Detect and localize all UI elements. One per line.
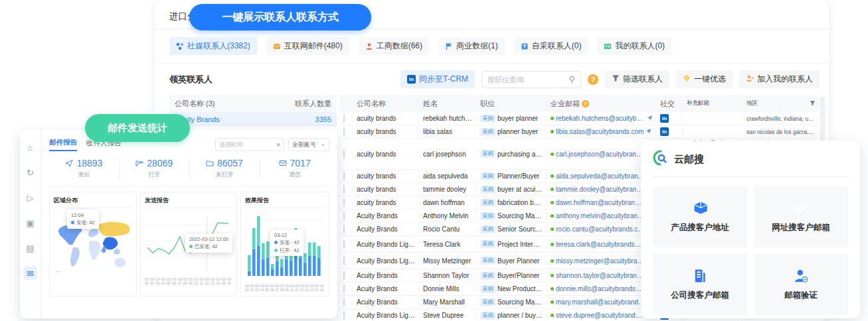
contact-region: san nicolas de los garza, nuevo leon, m.… xyxy=(742,128,819,136)
stat-value: 7017 xyxy=(290,158,311,168)
cloud-tile-2[interactable]: 公司搜客户邮箱 xyxy=(653,254,747,315)
contact-email: dawn.hoffman@acuitybrands.com xyxy=(556,199,645,206)
row-checkbox[interactable] xyxy=(343,198,345,207)
linkedin-icon[interactable]: in xyxy=(660,114,669,123)
company-table-header: 公司名称 (3) 联系人数量 xyxy=(169,95,337,112)
contact-row: acuity brandsrebekah hutchens采购buyer pla… xyxy=(339,112,819,125)
filter-contacts-button[interactable]: 筛选联系人 xyxy=(605,70,669,88)
email-header: 企业邮箱 ? xyxy=(547,98,656,109)
map-tooltip: 12-04 发送: 42 xyxy=(67,210,99,229)
contact-name: carl josephson xyxy=(419,150,476,159)
funnel-icon xyxy=(612,74,620,84)
row-checkbox[interactable] xyxy=(343,185,345,194)
cloud-tile-label: 邮箱验证 xyxy=(784,290,818,301)
email-panel-tab-0[interactable]: 邮件报告 xyxy=(49,138,77,151)
contact-name: tammie dooley xyxy=(419,185,476,194)
source-tab-0[interactable]: 社媒联系人(3382) xyxy=(169,37,257,55)
email-help-icon[interactable]: ? xyxy=(582,100,589,107)
company-row[interactable]: Acuity Brands3355 xyxy=(169,112,337,127)
contact-company: acuity brands xyxy=(353,150,419,159)
row-checkbox[interactable] xyxy=(343,114,345,123)
email-stat: 18893发出 xyxy=(49,158,120,179)
source-tab-5[interactable]: 我的联系人(0) xyxy=(597,37,671,55)
contact-name: Missy Metzinger xyxy=(419,257,476,265)
contact-title: New Product Sourcir xyxy=(497,285,543,292)
region-filter-icon[interactable] xyxy=(810,100,816,107)
briefcase-icon[interactable]: ▣ xyxy=(24,216,37,229)
help-icon[interactable]: ? xyxy=(588,74,598,85)
email-stat: 28069打开 xyxy=(120,158,190,179)
email-valid-dot xyxy=(551,174,554,178)
cloud-tools-grid: 产品搜客户地址网址搜客户邮箱公司搜客户邮箱邮箱验证 xyxy=(653,186,848,315)
contact-title: Project Intergration xyxy=(497,241,543,248)
cloud-tile-3[interactable]: 邮箱验证 xyxy=(754,254,848,315)
source-tab-1[interactable]: 互联网邮件(480) xyxy=(266,37,349,55)
row-checkbox[interactable] xyxy=(343,298,345,306)
email-valid-dot xyxy=(551,117,554,120)
purchase-tag: 采购 xyxy=(480,199,495,207)
row-checkbox[interactable] xyxy=(343,150,345,159)
mail-icon[interactable]: ✉ xyxy=(24,267,37,280)
email-valid-dot xyxy=(551,214,554,218)
cloud-mail-logo-icon xyxy=(653,150,669,168)
source-tab-4[interactable]: 自采联系人(0) xyxy=(514,37,588,55)
sync-tcrm-button[interactable]: in 同步至T-CRM xyxy=(400,70,475,88)
contact-company: acuity brands xyxy=(353,185,419,194)
report-icon[interactable]: ▤ xyxy=(24,241,37,255)
send-email-icon[interactable] xyxy=(646,128,651,135)
email-stat: 7017退信 xyxy=(260,158,329,179)
email-valid-dot xyxy=(551,153,554,156)
account-select[interactable]: 全部账号 ▼ xyxy=(288,138,329,151)
row-checkbox[interactable] xyxy=(343,271,345,280)
email-valid-dot xyxy=(551,314,554,317)
contact-email: anthony.melvin@acuitybrands.com xyxy=(556,212,645,220)
add-to-my-contacts-button[interactable]: 加入我的联系人 xyxy=(739,70,820,88)
contact-email: teresa.clark@acuitybrands.com xyxy=(556,241,645,248)
contact-company: Acuity Brands Lighting xyxy=(353,311,419,320)
source-tab-3[interactable]: 商业数据(1) xyxy=(438,37,505,55)
contact-company: Acuity Brands xyxy=(353,225,419,233)
send-email-icon[interactable] xyxy=(647,115,653,122)
date-range-input[interactable]: 选择时间 ■ xyxy=(215,138,284,151)
linkedin-icon: in xyxy=(407,75,416,84)
home-icon[interactable]: ⌂ xyxy=(24,141,37,154)
contact-name: Shannon Taylor xyxy=(419,271,476,280)
chart-title: 发送报告 xyxy=(145,196,232,208)
row-checkbox[interactable] xyxy=(343,127,345,136)
row-checkbox[interactable] xyxy=(343,212,345,220)
purchase-tag: 采购 xyxy=(480,312,495,320)
contact-name: Donnie Mills xyxy=(419,285,476,293)
contact-email: missy.metzinger@acuitybrands.com xyxy=(556,257,645,265)
purchase-tag: 采购 xyxy=(480,285,495,293)
row-checkbox[interactable] xyxy=(343,240,345,249)
row-checkbox[interactable] xyxy=(343,311,345,320)
one-key-select-button[interactable]: 一键优选 xyxy=(676,70,733,88)
cube-icon xyxy=(692,200,708,216)
row-checkbox[interactable] xyxy=(343,285,345,293)
email-valid-dot xyxy=(551,130,554,133)
send-icon[interactable]: ▷ xyxy=(24,191,37,204)
stat-value: 28069 xyxy=(147,158,173,168)
source-tab-2[interactable]: 工商数据(66) xyxy=(359,37,429,55)
purchase-tag: 采购 xyxy=(480,115,495,123)
contact-company: acuity brands xyxy=(353,172,419,180)
stat-value: 86057 xyxy=(217,158,243,168)
contact-title: planner / buyer / pr xyxy=(497,312,543,319)
add-person-icon xyxy=(746,74,754,84)
contact-title: Buyer Planner xyxy=(497,257,539,265)
search-icon[interactable]: ⚲ xyxy=(568,74,575,84)
row-checkbox[interactable] xyxy=(343,225,345,233)
row-checkbox[interactable] xyxy=(343,257,345,265)
row-checkbox[interactable] xyxy=(343,172,345,180)
purchase-tag: 采购 xyxy=(480,272,495,280)
email-stat: 86057未打开 xyxy=(190,158,260,179)
stat-label: 退信 xyxy=(289,170,301,179)
cloud-tile-1[interactable]: 网址搜客户邮箱 xyxy=(754,186,848,247)
linkedin-icon[interactable]: in xyxy=(660,127,669,136)
top-feature-callout: 一键展示联系人联系方式 xyxy=(189,4,371,31)
region-map-card: 区域分布 12-04 发送: 42 xyxy=(49,192,137,296)
contact-email: rocio.cantu@acuitybrands.com xyxy=(556,225,645,233)
history-icon[interactable]: ↻ xyxy=(24,166,37,179)
cloud-tile-0[interactable]: 产品搜客户地址 xyxy=(653,186,747,247)
position-search-input[interactable] xyxy=(487,76,568,84)
